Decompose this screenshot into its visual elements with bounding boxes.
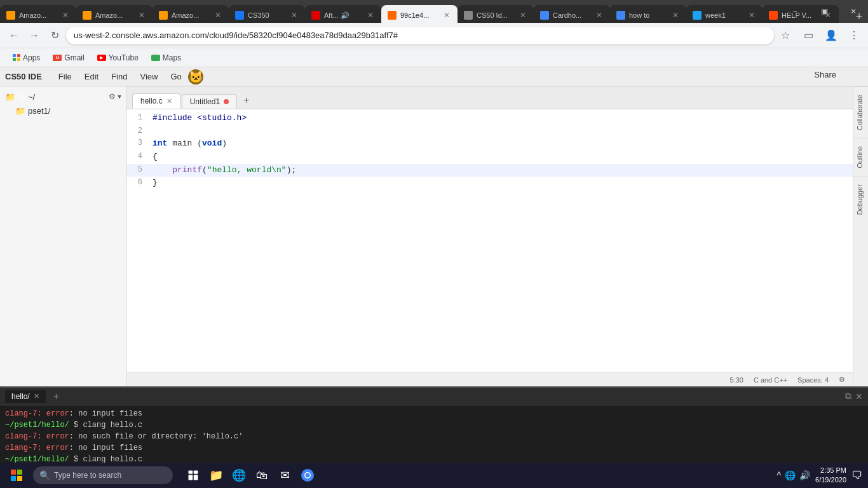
tab-close-t4[interactable]: ✕ — [290, 10, 299, 21]
tab-close-t1[interactable]: ✕ — [61, 10, 70, 21]
edge-icon: 🌐 — [232, 468, 246, 482]
menu-file[interactable]: File — [52, 69, 78, 84]
terminal-tab-close-button[interactable]: ✕ — [34, 392, 39, 400]
tab-favicon-t6 — [388, 11, 397, 20]
bookmark-maps[interactable]: Maps — [146, 52, 186, 64]
editor-tab-helloc-label: hello.c — [140, 97, 163, 105]
edge-browser-button[interactable]: 🌐 — [229, 465, 249, 485]
menu-go[interactable]: Go — [164, 69, 187, 84]
menu-view[interactable]: View — [133, 69, 164, 84]
tab-close-t7[interactable]: ✕ — [519, 10, 527, 21]
maps-icon — [151, 55, 160, 61]
menu-button[interactable]: ⋮ — [845, 27, 863, 44]
file-explorer-button[interactable]: 📁 — [206, 465, 226, 485]
ide-menubar: CS50 IDE File Edit Find View Go Share 🐱 — [0, 67, 868, 86]
cast-button[interactable]: ▭ — [799, 27, 817, 44]
file-tree: 📁 ⊟ ~/ ⚙ ▾ 📁 pset1/ — [0, 86, 127, 386]
taskbar-clock[interactable]: 2:35 PM 6/19/2020 — [815, 466, 846, 485]
bookmarks-bar: Apps M Gmail ▶ YouTube Maps — [0, 48, 868, 67]
task-view-button[interactable] — [183, 465, 203, 485]
tab-close-t2[interactable]: ✕ — [137, 10, 146, 21]
terminal-maximize-button[interactable]: ⧉ — [845, 391, 851, 402]
share-button[interactable]: Share — [814, 70, 836, 79]
notifications-button[interactable]: 🗨 — [851, 469, 863, 482]
terminal-tab-hello[interactable]: hello/ ✕ — [5, 390, 46, 403]
svg-rect-5 — [194, 471, 198, 474]
bookmark-apps[interactable]: Apps — [8, 52, 45, 64]
editor-tab-helloc[interactable]: hello.c ✕ — [132, 93, 180, 109]
terminal-tabs: hello/ ✕ + ⧉ ✕ — [0, 388, 868, 405]
add-editor-tab-button[interactable]: + — [238, 92, 254, 109]
taskbar-search-bar[interactable]: 🔍 — [33, 466, 173, 484]
file-ops-icon[interactable]: ⊟ — [18, 92, 25, 102]
statusbar-gear-icon[interactable]: ⚙ — [839, 376, 845, 384]
browser-tab-t10[interactable]: week1 ✕ — [686, 5, 763, 23]
bookmark-youtube[interactable]: ▶ YouTube — [92, 52, 144, 64]
editor-tab-untitled1[interactable]: Untitled1 — [182, 94, 237, 109]
editor-statusbar: 5:30 C and C++ Spaces: 4 ⚙ — [127, 372, 853, 386]
file-tree-gear-button[interactable]: ⚙ ▾ — [109, 92, 121, 101]
bookmark-star-button[interactable]: ☆ — [776, 27, 794, 44]
code-line-6: 6 } — [127, 177, 853, 190]
volume-icon[interactable]: 🔊 — [799, 470, 810, 480]
tab-label-t10: week1 — [705, 11, 743, 19]
address-bar[interactable] — [66, 27, 774, 44]
editor-area: hello.c ✕ Untitled1 + 1 #include <studio… — [127, 86, 853, 386]
task-view-icon — [187, 470, 199, 481]
back-button[interactable]: ← — [5, 27, 23, 44]
profile-button[interactable]: 👤 — [822, 27, 840, 44]
tab-label-t2: Amazo... — [95, 11, 133, 19]
collaborate-panel[interactable]: Collaborate — [853, 86, 868, 138]
close-button[interactable]: ✕ — [839, 0, 868, 23]
root-folder-label: ~/ — [28, 92, 35, 102]
browser-tab-t5[interactable]: Aft... 🔊 ✕ — [305, 5, 381, 23]
file-tree-item-pset1[interactable]: 📁 pset1/ — [0, 104, 126, 118]
browser-tab-t4[interactable]: CS350 ✕ — [229, 5, 305, 23]
maximize-button[interactable]: ▣ — [810, 0, 839, 23]
browser-tab-t7[interactable]: CS50 Id... ✕ — [458, 5, 534, 23]
forward-button[interactable]: → — [25, 27, 43, 44]
mail-button[interactable]: ✉ — [275, 465, 295, 485]
terminal-line-4: clang-7: error: no input files — [5, 442, 863, 454]
start-button[interactable] — [5, 464, 28, 487]
tab-favicon-t8 — [540, 11, 549, 20]
browser-tab-t9[interactable]: how to ✕ — [610, 5, 686, 23]
code-editor[interactable]: 1 #include <studio.h> 2 3 int main (void… — [127, 109, 853, 372]
store-button[interactable]: 🛍 — [252, 465, 272, 485]
browser-tab-t6[interactable]: 99c1e4... ✕ — [381, 5, 458, 23]
minimize-button[interactable]: − — [780, 0, 810, 23]
refresh-button[interactable]: ↻ — [46, 27, 64, 44]
tab-close-t6[interactable]: ✕ — [442, 10, 451, 21]
bookmark-maps-label: Maps — [163, 53, 181, 62]
outline-panel[interactable]: Outline — [853, 138, 868, 176]
folder-icon: 📁 — [15, 106, 25, 116]
tab-close-t9[interactable]: ✕ — [671, 10, 680, 21]
new-folder-icon[interactable]: 📁 — [5, 92, 15, 102]
unsaved-dot-icon — [224, 99, 229, 104]
terminal-close-button[interactable]: ✕ — [855, 391, 863, 402]
browser-tab-t8[interactable]: Cardho... ✕ — [534, 5, 610, 23]
tab-close-t10[interactable]: ✕ — [747, 10, 756, 21]
menu-find[interactable]: Find — [105, 69, 133, 84]
tray-expand-icon[interactable]: ^ — [776, 470, 781, 480]
tab-close-t3[interactable]: ✕ — [214, 10, 222, 21]
browser-tab-t1[interactable]: Amazo... ✕ — [0, 5, 76, 23]
tab-close-t8[interactable]: ✕ — [595, 10, 604, 21]
chrome-button[interactable] — [297, 465, 318, 485]
apps-icon — [13, 54, 20, 62]
browser-tab-t3[interactable]: Amazo... ✕ — [153, 5, 229, 23]
menu-edit[interactable]: Edit — [78, 69, 105, 84]
debugger-panel[interactable]: Debugger — [853, 176, 868, 222]
network-icon[interactable]: 🌐 — [785, 470, 796, 480]
terminal-controls: ⧉ ✕ — [845, 391, 863, 402]
editor-tab-helloc-close[interactable]: ✕ — [166, 97, 172, 105]
user-avatar[interactable]: 🐱 — [188, 69, 203, 85]
taskbar-pinned-icons: 📁 🌐 🛍 ✉ — [183, 465, 318, 485]
browser-tab-t2[interactable]: Amazo... ✕ — [76, 5, 153, 23]
tab-close-t5[interactable]: ✕ — [366, 10, 375, 21]
chrome-icon — [301, 469, 314, 482]
window-controls: − ▣ ✕ — [780, 0, 868, 23]
add-terminal-tab-button[interactable]: + — [48, 389, 64, 404]
bookmark-gmail[interactable]: M Gmail — [48, 52, 89, 64]
taskbar-search-input[interactable] — [54, 471, 166, 480]
